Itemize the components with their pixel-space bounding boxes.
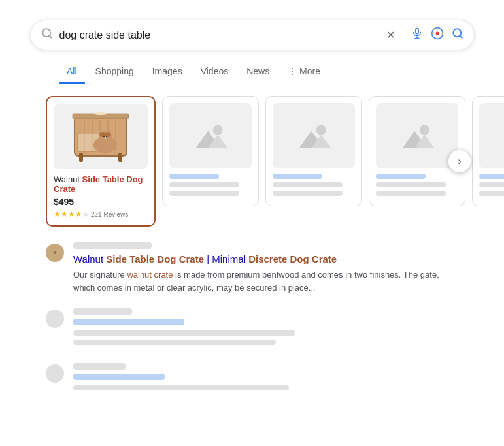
shopping-card-2[interactable]	[162, 96, 259, 206]
result-lines-2	[73, 319, 458, 345]
svg-rect-9	[79, 153, 83, 162]
tab-shopping[interactable]: Shopping	[88, 61, 142, 84]
card-line-1	[273, 174, 322, 179]
shopping-cards: Walnut Side Table Dog Crate $495 ★★★★★ 2…	[46, 96, 458, 227]
result-link-line-2	[73, 319, 184, 325]
search-submit-icon[interactable]	[452, 27, 463, 42]
result-content-2	[73, 308, 458, 349]
tab-news[interactable]: News	[239, 61, 277, 84]
search-icon	[41, 27, 53, 42]
svg-point-23	[106, 136, 107, 137]
card-line-3	[479, 191, 504, 196]
product-image-3	[273, 103, 355, 168]
card-line-3	[376, 191, 446, 196]
svg-point-22	[103, 136, 105, 137]
svg-point-5	[435, 32, 439, 35]
svg-point-26	[213, 125, 223, 135]
google-lens-icon[interactable]	[431, 27, 444, 43]
product-image-5	[479, 103, 504, 168]
result-snippet-1: Our signature walnut crate is made from …	[73, 268, 458, 294]
result-favicon-2	[46, 310, 64, 328]
nav-tabs: All Shopping Images Videos News ⋮ More	[20, 61, 484, 84]
tab-images[interactable]: Images	[144, 61, 190, 84]
result-url-2	[73, 308, 132, 315]
svg-point-25	[94, 112, 107, 115]
result-link-line-3	[73, 374, 165, 380]
svg-rect-10	[118, 153, 122, 162]
shopping-card-3[interactable]	[265, 96, 362, 206]
result-item-3	[46, 363, 458, 394]
shopping-card-5[interactable]	[472, 96, 504, 206]
svg-rect-2	[415, 29, 418, 34]
shopping-section: Walnut Side Table Dog Crate $495 ★★★★★ 2…	[20, 96, 484, 227]
result-favicon-3	[46, 364, 64, 383]
result-content-1: Walnut Side Table Dog Crate | Minimal Di…	[73, 242, 458, 294]
result-favicon-1	[46, 244, 64, 262]
microphone-icon[interactable]	[411, 27, 423, 42]
clear-icon[interactable]: ✕	[386, 29, 395, 41]
shopping-next-button[interactable]: ›	[448, 150, 471, 173]
svg-point-32	[420, 125, 429, 135]
shopping-card-featured[interactable]: Walnut Side Table Dog Crate $495 ★★★★★ 2…	[46, 96, 156, 227]
card-line-2	[376, 182, 446, 187]
tab-all[interactable]: All	[59, 61, 85, 84]
svg-line-7	[460, 35, 462, 37]
svg-line-1	[49, 35, 51, 37]
result-lines-3	[73, 374, 458, 390]
result-line-2a	[73, 330, 295, 336]
result-line-2b	[73, 340, 276, 345]
card-line-3	[273, 191, 343, 196]
result-item-2	[46, 308, 458, 349]
result-content-3	[73, 363, 458, 394]
card-line-2	[169, 182, 239, 187]
review-count: 221 Reviews	[91, 211, 128, 218]
tab-more[interactable]: ⋮ More	[280, 61, 328, 84]
card-line-1	[479, 174, 504, 179]
card-line-1	[169, 174, 219, 179]
svg-point-29	[316, 125, 326, 135]
result-url-1	[73, 242, 152, 249]
featured-card-title: Walnut Side Table Dog Crate	[54, 174, 148, 194]
result-item-1: Walnut Side Table Dog Crate | Minimal Di…	[46, 242, 458, 294]
product-image-4	[376, 103, 458, 168]
search-bar: dog crate side table ✕	[30, 20, 475, 50]
card-line-2	[479, 182, 504, 187]
product-image-2	[169, 103, 252, 168]
product-image-featured	[54, 104, 148, 169]
featured-card-price: $495	[54, 197, 148, 207]
result-line-3a	[73, 385, 289, 390]
search-icons: ✕	[386, 27, 463, 43]
card-line-3	[169, 191, 239, 196]
search-input[interactable]: dog crate side table	[59, 29, 380, 41]
featured-card-stars: ★★★★★ 221 Reviews	[54, 210, 148, 219]
shopping-card-4[interactable]	[369, 96, 465, 206]
divider	[403, 29, 403, 42]
card-line-2	[273, 182, 343, 187]
search-results: Walnut Side Table Dog Crate | Minimal Di…	[20, 242, 484, 394]
tab-videos[interactable]: Videos	[193, 61, 237, 84]
star-rating: ★★★★★	[54, 210, 90, 219]
card-line-1	[376, 174, 426, 179]
result-title-1[interactable]: Walnut Side Table Dog Crate | Minimal Di…	[73, 252, 458, 266]
result-url-3	[73, 363, 126, 370]
